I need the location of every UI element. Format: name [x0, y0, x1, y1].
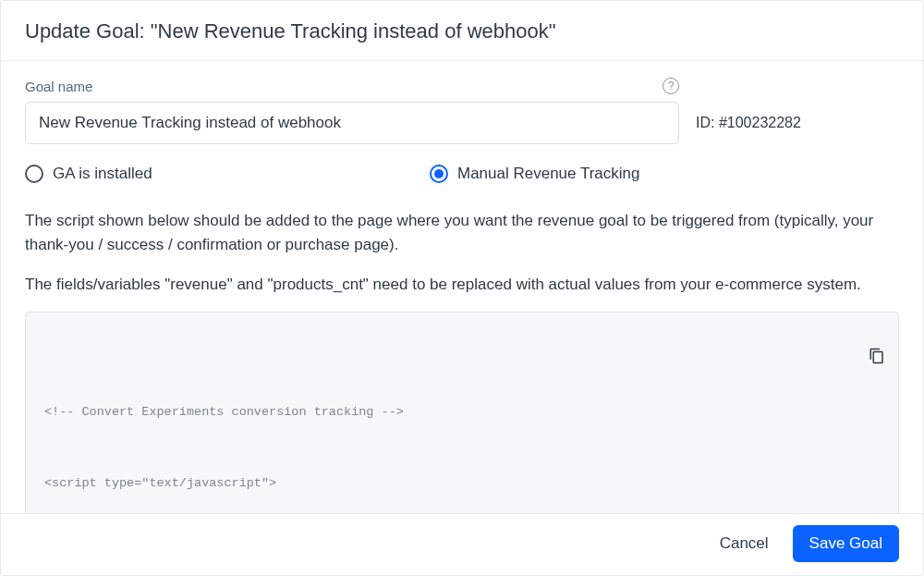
radio-ga-installed[interactable]: GA is installed [25, 165, 413, 183]
goal-name-label-row: Goal name ? [25, 78, 679, 94]
tracking-mode-radio-group: GA is installed Manual Revenue Tracking [25, 165, 899, 183]
goal-name-input-wrap [25, 102, 679, 144]
copy-icon [869, 348, 885, 364]
radio-icon [430, 165, 448, 183]
save-goal-button[interactable]: Save Goal [793, 525, 899, 562]
modal-update-goal: Update Goal: "New Revenue Tracking inste… [0, 0, 924, 576]
cancel-button[interactable]: Cancel [714, 525, 774, 562]
help-icon[interactable]: ? [663, 78, 679, 94]
goal-name-label: Goal name [25, 79, 92, 94]
goal-name-row: ID: #100232282 [25, 102, 899, 144]
code-line: <script type="text/javascript"> [44, 472, 880, 496]
copy-code-button[interactable] [808, 324, 885, 397]
instruction-paragraph-2: The fields/variables "revenue" and "prod… [25, 273, 899, 297]
goal-name-input[interactable] [25, 102, 679, 144]
goal-id-text: ID: #100232282 [696, 115, 801, 131]
modal-footer: Cancel Save Goal [1, 513, 923, 575]
radio-label-ga: GA is installed [53, 165, 152, 183]
tracking-code-block[interactable]: <!-- Convert Experiments conversion trac… [25, 312, 899, 513]
modal-title: Update Goal: "New Revenue Tracking inste… [25, 19, 899, 43]
modal-header: Update Goal: "New Revenue Tracking inste… [1, 1, 923, 61]
code-line: <!-- Convert Experiments conversion trac… [44, 400, 880, 424]
radio-manual-revenue-tracking[interactable]: Manual Revenue Tracking [430, 165, 640, 183]
radio-icon [25, 165, 43, 183]
instruction-paragraph-1: The script shown below should be added t… [25, 209, 899, 258]
radio-label-manual: Manual Revenue Tracking [457, 165, 640, 183]
modal-body: Goal name ? ID: #100232282 GA is install… [1, 61, 923, 513]
